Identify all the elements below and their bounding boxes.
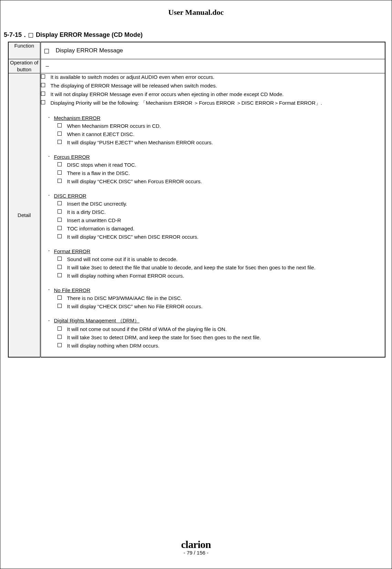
error-section-disc: ・ DISC ERROR Insert the DISC uncrrectly.… <box>41 193 385 240</box>
document-title: User Manual.doc <box>0 0 392 20</box>
checkbox-icon <box>58 162 62 166</box>
error-title: DISC ERROR <box>54 193 86 199</box>
item-text: When it cannot EJECT DISC. <box>67 131 135 138</box>
list-item: It is a dirty DISC. <box>58 208 385 216</box>
list-item: It will display “CHECK DISC” when DISC E… <box>58 233 385 240</box>
list-item: There is no DISC MP3/WMA/AAC file in the… <box>58 294 385 302</box>
checkbox-icon <box>58 170 62 175</box>
spec-table: Function Display ERROR Message Operation… <box>8 42 385 358</box>
error-section-mechanism: ・ Mechanism ERROR When Mechanism ERROR o… <box>41 115 385 146</box>
checkbox-icon <box>58 218 62 222</box>
checkbox-icon <box>41 83 45 87</box>
checkbox-icon <box>58 265 62 269</box>
detail-top-items: It is available to switch modes or adjus… <box>41 73 385 106</box>
item-text: It will display “CHECK DISC” when No Fil… <box>67 303 203 310</box>
checkbox-icon <box>58 273 62 277</box>
operation-label: Operation of button <box>8 59 40 73</box>
list-item: It will display “CHECK DISC” when No Fil… <box>58 303 385 310</box>
checkbox-icon <box>58 226 62 230</box>
checkbox-icon <box>44 49 49 53</box>
item-text: It will display “PUSH EJECT” when Mechan… <box>67 139 213 146</box>
checkbox-icon <box>58 327 62 331</box>
detail-label: Detail <box>8 73 40 358</box>
list-item: TOC information is damaged. <box>58 225 385 232</box>
list-item: Insert a unwritten CD-R <box>58 217 385 224</box>
error-section-nofile: ・ No File ERROR There is no DISC MP3/WMA… <box>41 287 385 310</box>
list-item: It will not come out sound if the DRM of… <box>58 325 385 333</box>
item-text: There is no DISC MP3/WMA/AAC file in the… <box>67 294 182 302</box>
item-text: It will not come out sound if the DRM of… <box>67 325 227 333</box>
list-item: It will take 3sec to detect DRM, and kee… <box>58 334 385 341</box>
item-text: There is a flaw in the DISC. <box>67 169 130 177</box>
checkbox-icon <box>41 92 45 96</box>
error-section-format: ・ Format ERROR Sound will not come out i… <box>41 248 385 279</box>
list-item: It will display nothing when Format ERRO… <box>58 272 385 279</box>
checkbox-icon <box>41 100 45 104</box>
bullet-icon: ・ <box>47 115 49 121</box>
item-text: The displaying of ERROR Message will be … <box>51 82 217 89</box>
list-item: It will not display ERROR Message even i… <box>41 91 385 98</box>
detail-content: It is available to switch modes or adjus… <box>40 73 385 358</box>
item-text: Displaying Priority will be the followin… <box>51 99 322 106</box>
error-title: Forcus ERROR <box>54 154 90 160</box>
list-item: It is available to switch modes or adjus… <box>41 73 385 81</box>
item-text: TOC information is damaged. <box>67 225 135 232</box>
item-text: It will display nothing when DRM occurs. <box>67 342 159 349</box>
error-title: No File ERROR <box>54 287 91 293</box>
operation-value: – <box>40 59 385 73</box>
list-item: When Mechanism ERROR occurs in CD. <box>58 122 385 130</box>
list-item: It will display “CHECK DISC” when Forcus… <box>58 178 385 185</box>
error-title: Mechanism ERROR <box>54 115 101 121</box>
error-section-drm: ・ Digital Rights Management （DRM） It wil… <box>41 318 385 349</box>
checkbox-icon <box>58 257 62 261</box>
checkbox-icon <box>58 343 62 347</box>
function-value: Display ERROR Message <box>56 47 123 54</box>
checkbox-icon <box>58 201 62 205</box>
item-text: It will display “CHECK DISC” when Forcus… <box>67 178 202 185</box>
list-item: Insert the DISC uncrrectly. <box>58 200 385 207</box>
brand-logo: clarion <box>0 539 392 550</box>
checkbox-icon <box>58 179 62 183</box>
bullet-icon: ・ <box>47 193 49 199</box>
item-text: It will take 3sec to detect the file tha… <box>67 264 316 271</box>
item-text: Sound will not come out if it is unable … <box>67 256 178 263</box>
list-item: The displaying of ERROR Message will be … <box>41 82 385 89</box>
item-text: DISC stops when it read TOC. <box>67 161 136 168</box>
checkbox-icon <box>58 140 62 144</box>
item-text: When Mechanism ERROR occurs in CD. <box>67 122 161 130</box>
section-title: Display ERROR Message (CD Mode) <box>36 31 143 39</box>
item-text: It will display “CHECK DISC” when DISC E… <box>67 233 199 240</box>
item-text: It is a dirty DISC. <box>67 208 106 216</box>
list-item: It will display nothing when DRM occurs. <box>58 342 385 349</box>
list-item: It will display “PUSH EJECT” when Mechan… <box>58 139 385 146</box>
function-value-cell: Display ERROR Message <box>40 42 385 59</box>
checkbox-icon <box>58 296 62 300</box>
checkbox-icon <box>58 123 62 127</box>
item-text: Insert the DISC uncrrectly. <box>67 200 127 207</box>
list-item: DISC stops when it read TOC. <box>58 161 385 168</box>
list-item: Sound will not come out if it is unable … <box>58 256 385 263</box>
section-number: 5-7-15． <box>4 31 28 39</box>
error-section-forcus: ・ Forcus ERROR DISC stops when it read T… <box>41 154 385 185</box>
list-item: When it cannot EJECT DISC. <box>58 131 385 138</box>
checkbox-icon <box>58 335 62 339</box>
bullet-icon: ・ <box>47 154 49 160</box>
item-text: It will display nothing when Format ERRO… <box>67 272 184 279</box>
checkbox-icon <box>58 234 62 238</box>
checkbox-icon <box>58 209 62 214</box>
detail-row: Detail It is available to switch modes o… <box>8 73 385 358</box>
list-item: Displaying Priority will be the followin… <box>41 99 385 106</box>
error-title: Format ERROR <box>54 248 91 254</box>
bullet-icon: ・ <box>47 318 49 324</box>
item-text: It will not display ERROR Message even i… <box>51 91 284 98</box>
item-text: It will take 3sec to detect DRM, and kee… <box>67 334 261 341</box>
function-label: Function <box>8 42 40 59</box>
checkbox-icon <box>41 74 45 79</box>
checkbox-icon <box>29 33 33 38</box>
function-row: Function Display ERROR Message <box>8 42 385 59</box>
list-item: It will take 3sec to detect the file tha… <box>58 264 385 271</box>
bullet-icon: ・ <box>47 248 49 254</box>
item-text: Insert a unwritten CD-R <box>67 217 121 224</box>
section-heading: 5-7-15． Display ERROR Message (CD Mode) <box>0 20 392 42</box>
bullet-icon: ・ <box>47 287 49 293</box>
